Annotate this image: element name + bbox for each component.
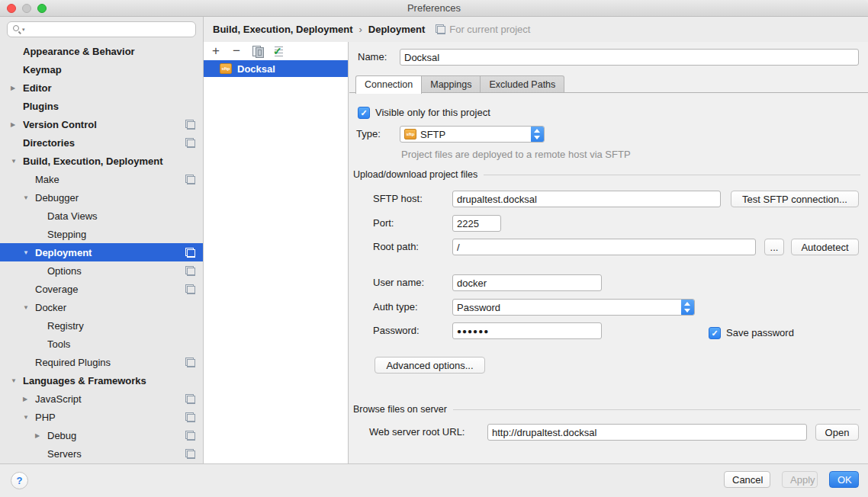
sidebar-item-make[interactable]: Make — [0, 170, 203, 188]
save-password-label: Save password — [726, 325, 794, 341]
type-select[interactable]: sftp SFTP — [400, 126, 545, 143]
sidebar-item-debug[interactable]: ▶Debug — [0, 426, 203, 444]
sidebar-item-options[interactable]: Options — [0, 261, 203, 280]
chevron-expanded-icon[interactable]: ▼ — [9, 377, 23, 384]
help-button[interactable]: ? — [11, 472, 28, 489]
visible-only-checkbox[interactable] — [358, 107, 370, 119]
chevron-expanded-icon[interactable]: ▼ — [21, 249, 35, 256]
root-path-input[interactable] — [452, 239, 756, 255]
close-button[interactable] — [7, 4, 16, 13]
search-box: ▾ — [0, 17, 203, 40]
sftp-host-input[interactable] — [452, 191, 721, 207]
chevron-expanded-icon[interactable]: ▼ — [21, 194, 35, 201]
search-icon — [13, 25, 19, 31]
sidebar-item-debugger[interactable]: ▼Debugger — [0, 188, 203, 207]
sidebar-item-required-plugins[interactable]: Required Plugins — [0, 353, 203, 371]
sidebar-item-label: Docker — [35, 302, 203, 313]
zoom-button[interactable] — [37, 4, 47, 13]
minimize-button — [22, 4, 31, 13]
chevron-expanded-icon[interactable]: ▼ — [9, 158, 23, 165]
user-name-input[interactable] — [452, 274, 602, 291]
server-item-docksal[interactable]: sftpDocksal — [204, 60, 348, 77]
chevron-collapsed-icon[interactable]: ▶ — [9, 85, 23, 91]
project-scope-icon — [185, 138, 195, 148]
breadcrumb-section[interactable]: Build, Execution, Deployment — [213, 24, 352, 35]
sidebar-item-php[interactable]: ▼PHP — [0, 408, 203, 426]
sidebar-item-label: Build, Execution, Deployment — [23, 156, 203, 167]
sftp-host-label: SFTP host: — [373, 191, 423, 207]
add-icon[interactable] — [211, 45, 223, 57]
copy-icon[interactable] — [252, 45, 264, 57]
sidebar-item-appearance-behavior[interactable]: Appearance & Behavior — [0, 42, 203, 60]
breadcrumb-separator: › — [358, 24, 362, 35]
sidebar-item-servers[interactable]: Servers — [0, 444, 203, 463]
settings-tree: Appearance & BehaviorKeymap▶EditorPlugin… — [0, 42, 203, 463]
web-root-input[interactable] — [487, 424, 807, 441]
chevron-expanded-icon[interactable]: ▼ — [21, 304, 35, 311]
port-input[interactable] — [452, 215, 501, 232]
autodetect-button[interactable]: Autodetect — [791, 239, 859, 255]
project-scope-icon — [185, 266, 195, 276]
project-scope-icon — [185, 449, 195, 459]
settings-panel: Name: ConnectionMappingsExcluded Paths V… — [349, 42, 868, 463]
sidebar: ▾ Appearance & BehaviorKeymap▶EditorPlug… — [0, 17, 204, 463]
sidebar-item-label: Version Control — [23, 119, 185, 130]
auth-type-select[interactable]: Password — [452, 299, 695, 316]
sidebar-item-registry[interactable]: Registry — [0, 316, 203, 335]
sidebar-item-languages-frameworks[interactable]: ▼Languages & Frameworks — [0, 371, 203, 390]
sidebar-item-version-control[interactable]: ▶Version Control — [0, 115, 203, 133]
sidebar-item-deployment[interactable]: ▼Deployment — [0, 243, 203, 261]
port-label: Port: — [373, 215, 394, 232]
ok-button[interactable]: OK — [829, 471, 859, 488]
tab-excluded-paths[interactable]: Excluded Paths — [481, 75, 564, 93]
test-sftp-connection-button[interactable]: Test SFTP connection... — [731, 191, 859, 207]
sidebar-item-label: Options — [47, 265, 185, 277]
sidebar-item-label: Data Views — [47, 210, 203, 222]
sidebar-item-label: Stepping — [47, 229, 203, 240]
chevron-collapsed-icon[interactable]: ▶ — [9, 121, 23, 128]
sidebar-item-label: Directories — [23, 137, 185, 149]
project-scope-icon — [185, 284, 195, 294]
use-as-default-icon[interactable] — [272, 45, 285, 57]
sidebar-item-javascript[interactable]: ▶JavaScript — [0, 390, 203, 408]
cancel-button[interactable]: Cancel — [724, 471, 770, 488]
project-scope-icon — [185, 175, 195, 184]
save-password-checkbox[interactable] — [709, 327, 721, 339]
search-options-caret-icon[interactable]: ▾ — [22, 27, 25, 33]
sidebar-item-stepping[interactable]: Stepping — [0, 225, 203, 243]
open-button[interactable]: Open — [815, 424, 859, 441]
sidebar-item-docker[interactable]: ▼Docker — [0, 298, 203, 316]
password-input[interactable] — [452, 322, 602, 339]
sftp-file-icon: sftp — [220, 63, 232, 74]
sidebar-item-label: Languages & Frameworks — [23, 375, 203, 386]
settings-search-input[interactable] — [7, 21, 196, 37]
sidebar-item-keymap[interactable]: Keymap — [0, 60, 203, 79]
type-value: SFTP — [420, 129, 527, 140]
name-input[interactable] — [400, 49, 859, 66]
sidebar-item-directories[interactable]: Directories — [0, 133, 203, 152]
advanced-options-button[interactable]: Advanced options... — [375, 357, 485, 374]
sidebar-item-tools[interactable]: Tools — [0, 335, 203, 353]
project-scope-icon — [185, 394, 195, 404]
sidebar-item-editor[interactable]: ▶Editor — [0, 79, 203, 97]
tab-mappings[interactable]: Mappings — [422, 75, 481, 93]
sidebar-item-plugins[interactable]: Plugins — [0, 97, 203, 115]
chevron-collapsed-icon[interactable]: ▶ — [34, 432, 47, 439]
scope-label: For current project — [449, 24, 530, 35]
chevron-expanded-icon[interactable]: ▼ — [21, 414, 35, 421]
server-list-panel: sftpDocksal — [204, 42, 349, 463]
footer-buttons: Cancel Apply OK — [724, 471, 859, 488]
browse-section-label: Browse files on server — [353, 404, 447, 415]
sidebar-item-build-execution-deployment[interactable]: ▼Build, Execution, Deployment — [0, 152, 203, 170]
tab-connection[interactable]: Connection — [355, 75, 422, 94]
sidebar-item-label: Coverage — [35, 284, 185, 295]
remove-icon[interactable] — [231, 45, 243, 57]
browse-section-header: Browse files on server — [353, 404, 860, 415]
footer: ? Cancel Apply OK — [0, 463, 868, 497]
sidebar-item-data-views[interactable]: Data Views — [0, 207, 203, 225]
root-path-browse-button[interactable]: ... — [764, 239, 784, 255]
chevron-collapsed-icon[interactable]: ▶ — [21, 396, 35, 402]
sidebar-item-coverage[interactable]: Coverage — [0, 280, 203, 298]
breadcrumb-page[interactable]: Deployment — [368, 24, 425, 35]
titlebar: Preferences — [0, 0, 868, 17]
